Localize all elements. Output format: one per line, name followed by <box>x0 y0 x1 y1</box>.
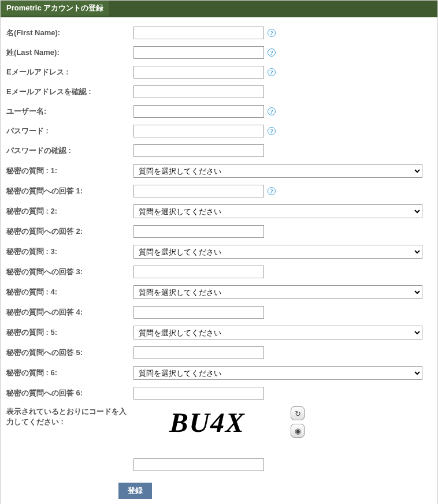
label-sa2: 秘密の質問への回答 2: <box>5 226 133 237</box>
form-area: 名(First Name): ? 姓(Last Name): ? Eメールアドレ… <box>1 17 437 499</box>
submit-row: 登録 <box>118 483 433 499</box>
secret-question-3-select[interactable]: 質問を選択してください <box>133 245 422 259</box>
label-email: Eメールアドレス : <box>5 67 133 77</box>
row-email-confirm: Eメールアドレスを確認 : <box>5 85 433 98</box>
row-sq2: 秘密の質問 : 2: 質問を選択してください <box>5 204 433 218</box>
label-sa6: 秘密の質問への回答 6: <box>5 388 133 398</box>
row-first-name: 名(First Name): ? <box>5 27 433 39</box>
row-username: ユーザー名: ? <box>5 105 433 118</box>
secret-answer-1-input[interactable] <box>133 185 264 197</box>
speaker-icon: ◉ <box>295 427 301 435</box>
secret-answer-4-input[interactable] <box>133 306 264 319</box>
secret-answer-5-input[interactable] <box>133 346 264 359</box>
first-name-input[interactable] <box>133 27 264 39</box>
password-confirm-input[interactable] <box>133 144 264 157</box>
form-header: Prometric アカウントの登録 <box>1 1 437 17</box>
secret-answer-6-input[interactable] <box>133 387 264 400</box>
label-sq5: 秘密の質問 : 5: <box>5 327 133 338</box>
label-sq3: 秘密の質問 : 3: <box>5 247 133 257</box>
secret-question-4-select[interactable]: 質問を選択してください <box>133 285 422 299</box>
secret-question-1-select[interactable]: 質問を選択してください <box>133 164 422 178</box>
help-icon[interactable]: ? <box>268 107 276 115</box>
label-captcha: 表示されているとおりにコードを入力してください : <box>5 406 133 427</box>
help-icon[interactable]: ? <box>268 187 276 195</box>
email-confirm-input[interactable] <box>133 85 264 98</box>
label-password-confirm: パスワードの確認 : <box>5 145 133 156</box>
row-password: パスワード : ? <box>5 125 433 137</box>
help-icon[interactable]: ? <box>268 48 276 57</box>
label-sa4: 秘密の質問への回答 4: <box>5 307 133 318</box>
refresh-captcha-button[interactable]: ↻ <box>291 406 305 420</box>
help-icon[interactable]: ? <box>268 68 276 76</box>
row-sa1: 秘密の質問への回答 1: ? <box>5 185 433 197</box>
row-last-name: 姓(Last Name): ? <box>5 46 433 59</box>
row-sq6: 秘密の質問 : 6: 質問を選択してください <box>5 366 433 380</box>
form-title: Prometric アカウントの登録 <box>1 1 109 16</box>
label-sq4: 秘密の質問 : 4: <box>5 287 133 297</box>
row-sq3: 秘密の質問 : 3: 質問を選択してください <box>5 245 433 259</box>
row-sa3: 秘密の質問への回答 3: <box>5 266 433 278</box>
row-sa5: 秘密の質問への回答 5: <box>5 346 433 359</box>
secret-answer-3-input[interactable] <box>133 266 264 278</box>
label-last-name: 姓(Last Name): <box>5 47 133 58</box>
label-sq6: 秘密の質問 : 6: <box>5 368 133 378</box>
row-sa6: 秘密の質問への回答 6: <box>5 387 433 400</box>
label-sa1: 秘密の質問への回答 1: <box>5 186 133 196</box>
row-sa4: 秘密の質問への回答 4: <box>5 306 433 319</box>
password-input[interactable] <box>133 125 264 137</box>
label-sq1: 秘密の質問 : 1: <box>5 166 133 176</box>
row-email: Eメールアドレス : ? <box>5 66 433 79</box>
email-input[interactable] <box>133 66 264 79</box>
help-icon[interactable]: ? <box>268 29 276 37</box>
label-username: ユーザー名: <box>5 106 133 117</box>
captcha-input[interactable] <box>133 458 264 471</box>
row-sa2: 秘密の質問への回答 2: <box>5 225 433 238</box>
row-sq5: 秘密の質問 : 5: 質問を選択してください <box>5 326 433 339</box>
help-icon[interactable]: ? <box>268 127 276 135</box>
secret-answer-2-input[interactable] <box>133 225 264 238</box>
row-sq4: 秘密の質問 : 4: 質問を選択してください <box>5 285 433 299</box>
register-button[interactable]: 登録 <box>118 483 152 499</box>
username-input[interactable] <box>133 105 264 118</box>
label-email-confirm: Eメールアドレスを確認 : <box>5 87 133 97</box>
registration-form-container: Prometric アカウントの登録 名(First Name): ? 姓(La… <box>0 0 438 504</box>
audio-captcha-button[interactable]: ◉ <box>291 424 305 438</box>
label-first-name: 名(First Name): <box>5 28 133 38</box>
label-password: パスワード : <box>5 126 133 136</box>
secret-question-2-select[interactable]: 質問を選択してください <box>133 204 422 218</box>
captcha-image: BU4X <box>133 406 282 438</box>
row-captcha-input <box>5 458 433 471</box>
secret-question-5-select[interactable]: 質問を選択してください <box>133 326 422 339</box>
label-sq2: 秘密の質問 : 2: <box>5 206 133 216</box>
label-sa3: 秘密の質問への回答 3: <box>5 267 133 277</box>
refresh-icon: ↻ <box>295 409 301 418</box>
row-captcha: 表示されているとおりにコードを入力してください : BU4X ↻ ◉ <box>5 406 433 438</box>
label-sa5: 秘密の質問への回答 5: <box>5 348 133 358</box>
row-sq1: 秘密の質問 : 1: 質問を選択してください <box>5 164 433 178</box>
row-password-confirm: パスワードの確認 : <box>5 144 433 157</box>
captcha-controls: ↻ ◉ <box>291 406 305 438</box>
secret-question-6-select[interactable]: 質問を選択してください <box>133 366 422 380</box>
last-name-input[interactable] <box>133 46 264 59</box>
